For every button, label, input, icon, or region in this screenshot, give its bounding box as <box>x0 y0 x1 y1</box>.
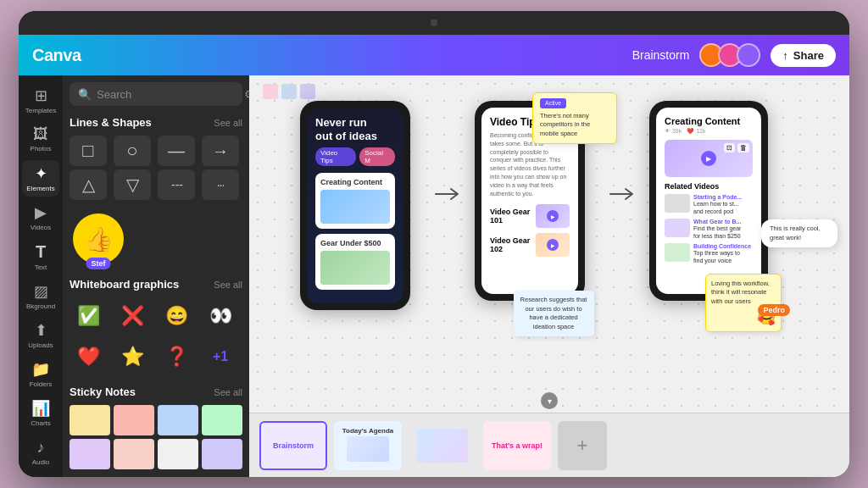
comment-bubble[interactable]: This is really cool, great work! <box>761 219 837 247</box>
sidebar-item-elements[interactable]: ✦ Elements <box>22 160 59 196</box>
swatch-pink[interactable] <box>263 84 278 99</box>
thumbs-up-sticker[interactable]: 👍 Stef <box>73 214 124 264</box>
wb-star[interactable]: ⭐ <box>114 338 151 375</box>
canvas-area[interactable]: Active There's not many competitors in t… <box>249 75 849 477</box>
sticky-pink[interactable] <box>114 405 154 435</box>
swatch-blue[interactable] <box>281 84 297 99</box>
sidebar-item-audio[interactable]: ♪ Audio <box>22 435 59 470</box>
sidebar-item-background[interactable]: ▨ Bkground <box>22 278 59 313</box>
page-thumb-brainstorm[interactable]: Brainstorm <box>259 421 327 470</box>
sticky-green[interactable] <box>202 405 242 435</box>
elements-icon: ✦ <box>35 164 47 183</box>
sticky-purple[interactable] <box>70 439 110 469</box>
research-note-text: Research suggests that our users do wish… <box>520 296 587 330</box>
sticky-notes-title: Sticky Notes <box>70 385 136 398</box>
sticky-lavender[interactable] <box>202 439 242 469</box>
phone3-item2: What Gear to B... Find the best gearfor … <box>665 219 753 240</box>
wb-smile[interactable]: 😄 <box>158 297 195 335</box>
phone1-card1: Creating Content <box>315 173 395 229</box>
photos-icon: 🖼 <box>33 125 48 143</box>
folders-label: Folders <box>30 380 53 388</box>
uploads-icon: ⬆ <box>35 321 47 340</box>
wb-graphics-see-all[interactable]: See all <box>214 280 242 290</box>
play-btn-1[interactable]: ▶ <box>547 210 559 222</box>
templates-icon: ⊞ <box>35 86 47 105</box>
related-videos-title: Related Videos <box>665 182 753 191</box>
sticky-peach[interactable] <box>114 439 154 469</box>
canva-logo: Canva <box>32 46 81 65</box>
wb-eyes[interactable]: 👀 <box>202 297 239 335</box>
folders-icon: 📁 <box>31 360 50 379</box>
shape-triangle-up[interactable]: △ <box>70 169 107 200</box>
shape-circle[interactable]: ○ <box>114 136 151 166</box>
wb-cross[interactable]: ❌ <box>114 297 151 335</box>
wb-question[interactable]: ❓ <box>158 338 195 375</box>
phone1-card2-title: Gear Under $500 <box>320 239 390 247</box>
add-page-button[interactable]: + <box>558 421 607 470</box>
play-btn-2[interactable]: ▶ <box>547 239 559 251</box>
phone3-delete-icon[interactable]: 🗑 <box>737 143 749 152</box>
templates-label: Templates <box>25 107 56 114</box>
sticky-blue[interactable] <box>158 405 198 435</box>
audio-label: Audio <box>32 458 49 466</box>
shape-line[interactable]: — <box>158 136 195 166</box>
phone2-item2-title: Video Gear 102 <box>490 236 536 253</box>
swatch-purple[interactable] <box>300 84 315 99</box>
sidebar-item-videos[interactable]: ▶ Videos <box>22 200 59 236</box>
reaction-note[interactable]: Loving this workflow, think it will reso… <box>705 274 782 333</box>
photos-label: Photos <box>31 145 52 152</box>
page-thumb-agenda[interactable]: Today's Agenda <box>334 421 402 470</box>
shape-dashed[interactable]: - - - <box>158 169 195 200</box>
research-note[interactable]: Research suggests that our users do wish… <box>514 291 594 336</box>
phone1-card1-img <box>320 190 390 224</box>
comment-text: This is really cool, great work! <box>770 225 829 242</box>
elements-label: Elements <box>26 185 54 192</box>
project-title: Brainstorm <box>632 48 690 62</box>
sticky-notes-header: Sticky Notes See all <box>70 385 242 398</box>
wb-heart[interactable]: ❤️ <box>70 338 107 375</box>
lines-shapes-see-all[interactable]: See all <box>214 118 242 128</box>
page-thumb-3[interactable] <box>409 421 476 470</box>
phone3-save-icon[interactable]: ⊡ <box>724 143 735 152</box>
sticky-yellow[interactable] <box>70 405 110 435</box>
page3-preview <box>417 429 468 463</box>
share-button[interactable]: ↑ Share <box>771 44 836 67</box>
videos-label: Videos <box>31 224 51 231</box>
shape-dots[interactable]: ··· <box>202 169 239 200</box>
page2-label: Today's Agenda <box>342 427 394 435</box>
search-icon: 🔍 <box>78 88 92 101</box>
sticky-white[interactable] <box>158 439 198 469</box>
shape-arrow[interactable]: → <box>202 136 239 166</box>
main-layout: ⊞ Templates 🖼 Photos ✦ Elements ▶ Videos… <box>19 75 849 477</box>
shape-square[interactable]: □ <box>70 136 107 166</box>
search-bar: 🔍 ⚙ <box>70 82 242 106</box>
play-btn-3[interactable]: ▶ <box>701 151 716 166</box>
shapes-grid: □ ○ — → △ ▽ - - - ··· <box>70 136 242 200</box>
sidebar-item-uploads[interactable]: ⬆ Uploads <box>22 317 59 352</box>
phone3-item1: Starting a Pode... Learn how to st...and… <box>665 194 753 215</box>
sticky-notes-see-all[interactable]: See all <box>214 387 242 397</box>
phone2-item2: Video Gear 102 ▶ <box>490 233 570 257</box>
shape-triangle-down[interactable]: ▽ <box>114 169 151 200</box>
sidebar-item-charts[interactable]: 📊 Charts <box>22 396 59 431</box>
wb-plus1[interactable]: +1 <box>202 338 239 375</box>
chevron-down-button[interactable]: ▾ <box>541 392 558 409</box>
sticky-grid <box>70 405 242 469</box>
sidebar-item-templates[interactable]: ⊞ Templates <box>22 82 59 118</box>
search-input[interactable] <box>97 88 239 101</box>
device-top-bar <box>19 11 849 35</box>
wb-checkmark[interactable]: ✅ <box>70 297 107 335</box>
phone1-card1-title: Creating Content <box>320 178 390 186</box>
phone-1-screen: Never runout of ideas Video Tips Social … <box>307 108 403 303</box>
phone1-card2-img <box>320 251 390 285</box>
sidebar-item-photos[interactable]: 🖼 Photos <box>22 121 59 157</box>
sidebar-item-text[interactable]: T Text <box>22 239 59 274</box>
avatar-group <box>699 43 760 67</box>
page-thumb-wrap[interactable]: That's a wrap! <box>483 421 551 470</box>
sidebar-item-folders[interactable]: 📁 Folders <box>22 356 59 391</box>
annotation-note[interactable]: Active There's not many competitors in t… <box>532 92 617 144</box>
page2-inner: Today's Agenda <box>342 427 394 463</box>
wb-graphics-header: Whiteboard graphics See all <box>70 278 242 291</box>
background-icon: ▨ <box>34 282 48 301</box>
phone3-item1-text: Starting a Pode... Learn how to st...and… <box>693 194 742 215</box>
